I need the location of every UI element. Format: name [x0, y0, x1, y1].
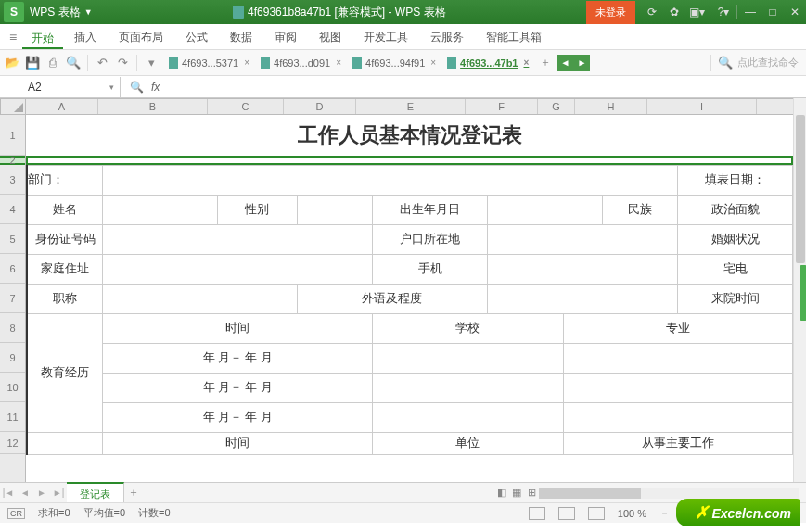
format-painter-icon[interactable]: ▾ — [143, 55, 160, 71]
vertical-scrollbar[interactable] — [793, 98, 806, 482]
scroll-thumb[interactable] — [796, 115, 805, 263]
document-title: 4f69361b8a47b1 [兼容模式] - WPS 表格 — [248, 5, 445, 20]
menu-data[interactable]: 数据 — [219, 24, 263, 50]
skin-icon[interactable]: ▣▾ — [685, 0, 708, 24]
column-headers: ABCDEFGHI — [26, 98, 793, 115]
new-tab-button[interactable]: ＋ — [540, 55, 551, 70]
doc-tab-2[interactable]: 4f693...d091× — [255, 53, 347, 73]
sheet-next-icon[interactable]: ► — [33, 488, 50, 498]
row-header-10[interactable]: 10 — [0, 373, 25, 402]
doc-tab-4[interactable]: 4f693...47b1× — [441, 53, 534, 73]
settings-icon[interactable]: ✿ — [663, 0, 685, 24]
row-header-2[interactable]: 2 — [0, 156, 25, 165]
formula-bar: A2 🔍 fx — [0, 76, 806, 98]
app-logo: S — [4, 2, 24, 22]
view-icon-3[interactable]: ⊞ — [524, 487, 539, 499]
app-name: WPS 表格 — [30, 5, 81, 20]
col-header-I[interactable]: I — [647, 99, 757, 114]
row-header-8[interactable]: 8 — [0, 313, 25, 343]
doc-tab-1[interactable]: 4f693...5371× — [163, 53, 255, 73]
fx-label[interactable]: fx — [151, 81, 160, 94]
zoom-level[interactable]: 100 % — [618, 508, 646, 519]
row-header-6[interactable]: 6 — [0, 254, 25, 284]
menu-cloud[interactable]: 云服务 — [419, 24, 475, 50]
doc-icon — [447, 57, 456, 69]
view-normal-icon[interactable] — [529, 507, 545, 520]
close-button[interactable]: ✕ — [784, 0, 806, 24]
print-preview-icon[interactable]: 🔍 — [65, 55, 82, 71]
menu-page-layout[interactable]: 页面布局 — [108, 24, 174, 50]
zoom-out-button[interactable]: － — [659, 506, 670, 520]
select-all-cell[interactable] — [0, 98, 26, 115]
menu-insert[interactable]: 插入 — [63, 24, 108, 50]
menu-bar: ≡ 开始 插入 页面布局 公式 数据 审阅 视图 开发工具 云服务 智能工具箱 — [0, 24, 806, 50]
minimize-button[interactable]: — — [739, 0, 761, 24]
print-icon[interactable]: ⎙ — [45, 55, 61, 71]
view-icon-2[interactable]: ▦ — [509, 487, 524, 499]
row-header-7[interactable]: 7 — [0, 284, 25, 313]
close-icon[interactable]: × — [244, 57, 249, 68]
open-icon[interactable]: 📂 — [4, 55, 20, 71]
login-button[interactable]: 未登录 — [586, 1, 635, 24]
view-break-icon[interactable] — [588, 507, 605, 520]
doc-icon — [352, 57, 362, 69]
col-header-D[interactable]: D — [284, 99, 356, 114]
row-header-9[interactable]: 9 — [0, 343, 25, 373]
row-header-11[interactable]: 11 — [0, 402, 25, 432]
tab-next-button[interactable]: ► — [573, 55, 590, 71]
status-sum: 求和=0 — [38, 506, 70, 520]
sync-icon[interactable]: ⟳ — [641, 0, 663, 24]
status-avg: 平均值=0 — [83, 506, 126, 520]
menu-home[interactable]: 开始 — [22, 25, 63, 49]
add-sheet-button[interactable]: ＋ — [124, 485, 143, 500]
menu-smart-toolbox[interactable]: 智能工具箱 — [475, 24, 553, 50]
hamburger-icon[interactable]: ≡ — [4, 30, 22, 44]
row-header-5[interactable]: 5 — [0, 224, 25, 254]
name-box[interactable]: A2 — [0, 77, 121, 97]
cells-grid[interactable]: 工作人员基本情况登记表部门：填表日期：姓名性别出生年月日民族政治面貌身份证号码户… — [26, 115, 793, 482]
row-header-1[interactable]: 1 — [0, 115, 25, 156]
sheet-first-icon[interactable]: |◄ — [0, 488, 17, 498]
col-header-A[interactable]: A — [26, 99, 98, 114]
col-header-E[interactable]: E — [356, 99, 466, 114]
doc-icon — [169, 57, 178, 69]
menu-view[interactable]: 视图 — [308, 24, 352, 50]
horizontal-scrollbar[interactable] — [539, 488, 799, 499]
search-hint[interactable]: 点此查找命令 — [737, 56, 799, 70]
doc-icon — [233, 6, 244, 19]
quick-access-bar: 📂 💾 ⎙ 🔍 ↶ ↷ ▾ 4f693...5371× 4f693...d091… — [0, 50, 806, 76]
save-icon[interactable]: 💾 — [24, 55, 41, 71]
view-page-icon[interactable] — [558, 507, 575, 520]
col-header-G[interactable]: G — [538, 99, 575, 114]
search-icon[interactable]: 🔍 — [717, 55, 734, 71]
col-header-B[interactable]: B — [98, 99, 208, 114]
scroll-thumb[interactable] — [539, 488, 641, 499]
undo-icon[interactable]: ↶ — [94, 55, 110, 71]
search-fx-icon[interactable]: 🔍 — [130, 81, 144, 94]
row-header-12[interactable]: 12 — [0, 432, 25, 454]
row-header-3[interactable]: 3 — [0, 165, 25, 195]
help-icon[interactable]: ?▾ — [712, 0, 735, 24]
doc-tab-3[interactable]: 4f693...94f91× — [347, 53, 441, 73]
tab-prev-button[interactable]: ◄ — [557, 55, 573, 71]
close-icon[interactable]: × — [336, 57, 341, 68]
col-header-F[interactable]: F — [466, 99, 538, 114]
sheet-tab-active[interactable]: 登记表 — [67, 482, 124, 502]
side-panel-handle[interactable] — [800, 265, 806, 321]
maximize-button[interactable]: □ — [761, 0, 784, 24]
col-header-H[interactable]: H — [575, 99, 647, 114]
menu-dev-tools[interactable]: 开发工具 — [352, 24, 419, 50]
sheet-prev-icon[interactable]: ◄ — [17, 488, 33, 498]
menu-review[interactable]: 审阅 — [263, 24, 308, 50]
view-icon-1[interactable]: ◧ — [494, 487, 509, 499]
col-header-C[interactable]: C — [208, 99, 284, 114]
menu-formula[interactable]: 公式 — [174, 24, 219, 50]
cr-icon: CR — [7, 508, 25, 519]
sheet-last-icon[interactable]: ►| — [50, 488, 67, 498]
close-icon[interactable]: × — [430, 57, 436, 68]
close-icon[interactable]: × — [523, 57, 529, 68]
redo-icon[interactable]: ↷ — [114, 55, 131, 71]
app-menu-dropdown[interactable]: ▼ — [84, 7, 93, 17]
row-header-4[interactable]: 4 — [0, 195, 25, 224]
doc-icon — [261, 57, 270, 69]
